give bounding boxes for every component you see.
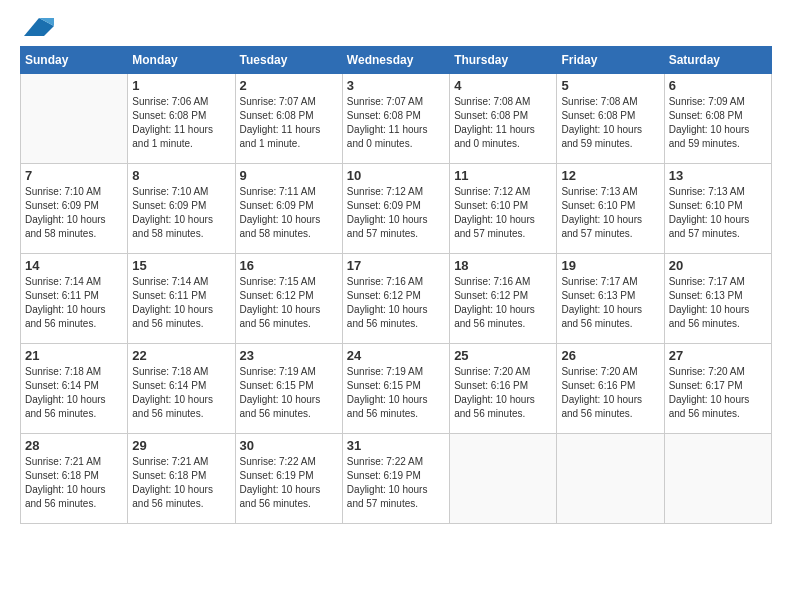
day-info: Sunrise: 7:07 AM Sunset: 6:08 PM Dayligh… [347,95,445,151]
calendar-cell: 12Sunrise: 7:13 AM Sunset: 6:10 PM Dayli… [557,164,664,254]
day-number: 16 [240,258,338,273]
day-number: 5 [561,78,659,93]
calendar-cell: 28Sunrise: 7:21 AM Sunset: 6:18 PM Dayli… [21,434,128,524]
day-number: 15 [132,258,230,273]
calendar-cell: 21Sunrise: 7:18 AM Sunset: 6:14 PM Dayli… [21,344,128,434]
day-info: Sunrise: 7:19 AM Sunset: 6:15 PM Dayligh… [240,365,338,421]
day-info: Sunrise: 7:19 AM Sunset: 6:15 PM Dayligh… [347,365,445,421]
day-number: 3 [347,78,445,93]
calendar-cell: 15Sunrise: 7:14 AM Sunset: 6:11 PM Dayli… [128,254,235,344]
day-info: Sunrise: 7:12 AM Sunset: 6:09 PM Dayligh… [347,185,445,241]
calendar-cell: 25Sunrise: 7:20 AM Sunset: 6:16 PM Dayli… [450,344,557,434]
calendar-cell: 27Sunrise: 7:20 AM Sunset: 6:17 PM Dayli… [664,344,771,434]
calendar-cell: 10Sunrise: 7:12 AM Sunset: 6:09 PM Dayli… [342,164,449,254]
calendar-cell: 14Sunrise: 7:14 AM Sunset: 6:11 PM Dayli… [21,254,128,344]
weekday-header-sunday: Sunday [21,47,128,74]
calendar-table: SundayMondayTuesdayWednesdayThursdayFrid… [20,46,772,524]
calendar-week-5: 28Sunrise: 7:21 AM Sunset: 6:18 PM Dayli… [21,434,772,524]
calendar-cell: 7Sunrise: 7:10 AM Sunset: 6:09 PM Daylig… [21,164,128,254]
day-info: Sunrise: 7:20 AM Sunset: 6:17 PM Dayligh… [669,365,767,421]
day-number: 24 [347,348,445,363]
day-number: 26 [561,348,659,363]
day-number: 14 [25,258,123,273]
day-info: Sunrise: 7:17 AM Sunset: 6:13 PM Dayligh… [669,275,767,331]
day-number: 8 [132,168,230,183]
weekday-header-friday: Friday [557,47,664,74]
day-info: Sunrise: 7:07 AM Sunset: 6:08 PM Dayligh… [240,95,338,151]
weekday-header-tuesday: Tuesday [235,47,342,74]
calendar-cell: 24Sunrise: 7:19 AM Sunset: 6:15 PM Dayli… [342,344,449,434]
day-info: Sunrise: 7:20 AM Sunset: 6:16 PM Dayligh… [561,365,659,421]
calendar-week-4: 21Sunrise: 7:18 AM Sunset: 6:14 PM Dayli… [21,344,772,434]
day-info: Sunrise: 7:17 AM Sunset: 6:13 PM Dayligh… [561,275,659,331]
calendar-cell: 8Sunrise: 7:10 AM Sunset: 6:09 PM Daylig… [128,164,235,254]
day-number: 22 [132,348,230,363]
calendar-week-1: 1Sunrise: 7:06 AM Sunset: 6:08 PM Daylig… [21,74,772,164]
day-number: 18 [454,258,552,273]
calendar-cell: 3Sunrise: 7:07 AM Sunset: 6:08 PM Daylig… [342,74,449,164]
calendar-cell [664,434,771,524]
calendar-cell: 18Sunrise: 7:16 AM Sunset: 6:12 PM Dayli… [450,254,557,344]
calendar-cell: 2Sunrise: 7:07 AM Sunset: 6:08 PM Daylig… [235,74,342,164]
day-info: Sunrise: 7:06 AM Sunset: 6:08 PM Dayligh… [132,95,230,151]
logo [20,20,54,36]
calendar-cell [21,74,128,164]
day-info: Sunrise: 7:21 AM Sunset: 6:18 PM Dayligh… [132,455,230,511]
calendar-cell: 9Sunrise: 7:11 AM Sunset: 6:09 PM Daylig… [235,164,342,254]
day-number: 6 [669,78,767,93]
day-info: Sunrise: 7:13 AM Sunset: 6:10 PM Dayligh… [561,185,659,241]
day-info: Sunrise: 7:09 AM Sunset: 6:08 PM Dayligh… [669,95,767,151]
day-number: 19 [561,258,659,273]
calendar-cell: 6Sunrise: 7:09 AM Sunset: 6:08 PM Daylig… [664,74,771,164]
day-number: 1 [132,78,230,93]
day-info: Sunrise: 7:15 AM Sunset: 6:12 PM Dayligh… [240,275,338,331]
calendar-week-3: 14Sunrise: 7:14 AM Sunset: 6:11 PM Dayli… [21,254,772,344]
day-number: 23 [240,348,338,363]
day-number: 28 [25,438,123,453]
day-number: 17 [347,258,445,273]
day-info: Sunrise: 7:11 AM Sunset: 6:09 PM Dayligh… [240,185,338,241]
day-number: 9 [240,168,338,183]
day-number: 10 [347,168,445,183]
logo-icon [24,18,54,36]
page-header [20,20,772,36]
weekday-header-saturday: Saturday [664,47,771,74]
day-number: 2 [240,78,338,93]
calendar-cell: 17Sunrise: 7:16 AM Sunset: 6:12 PM Dayli… [342,254,449,344]
day-info: Sunrise: 7:08 AM Sunset: 6:08 PM Dayligh… [561,95,659,151]
day-info: Sunrise: 7:14 AM Sunset: 6:11 PM Dayligh… [132,275,230,331]
day-info: Sunrise: 7:08 AM Sunset: 6:08 PM Dayligh… [454,95,552,151]
day-info: Sunrise: 7:22 AM Sunset: 6:19 PM Dayligh… [240,455,338,511]
calendar-cell: 22Sunrise: 7:18 AM Sunset: 6:14 PM Dayli… [128,344,235,434]
weekday-header-wednesday: Wednesday [342,47,449,74]
day-info: Sunrise: 7:10 AM Sunset: 6:09 PM Dayligh… [25,185,123,241]
day-number: 27 [669,348,767,363]
calendar-cell: 11Sunrise: 7:12 AM Sunset: 6:10 PM Dayli… [450,164,557,254]
calendar-cell: 4Sunrise: 7:08 AM Sunset: 6:08 PM Daylig… [450,74,557,164]
calendar-cell: 13Sunrise: 7:13 AM Sunset: 6:10 PM Dayli… [664,164,771,254]
day-info: Sunrise: 7:18 AM Sunset: 6:14 PM Dayligh… [132,365,230,421]
calendar-cell: 29Sunrise: 7:21 AM Sunset: 6:18 PM Dayli… [128,434,235,524]
day-info: Sunrise: 7:18 AM Sunset: 6:14 PM Dayligh… [25,365,123,421]
day-number: 25 [454,348,552,363]
day-info: Sunrise: 7:10 AM Sunset: 6:09 PM Dayligh… [132,185,230,241]
day-number: 11 [454,168,552,183]
calendar-cell: 5Sunrise: 7:08 AM Sunset: 6:08 PM Daylig… [557,74,664,164]
day-info: Sunrise: 7:13 AM Sunset: 6:10 PM Dayligh… [669,185,767,241]
day-info: Sunrise: 7:22 AM Sunset: 6:19 PM Dayligh… [347,455,445,511]
day-number: 4 [454,78,552,93]
calendar-cell: 19Sunrise: 7:17 AM Sunset: 6:13 PM Dayli… [557,254,664,344]
day-number: 29 [132,438,230,453]
weekday-header-thursday: Thursday [450,47,557,74]
day-info: Sunrise: 7:12 AM Sunset: 6:10 PM Dayligh… [454,185,552,241]
day-number: 7 [25,168,123,183]
calendar-cell: 20Sunrise: 7:17 AM Sunset: 6:13 PM Dayli… [664,254,771,344]
day-number: 30 [240,438,338,453]
calendar-cell: 1Sunrise: 7:06 AM Sunset: 6:08 PM Daylig… [128,74,235,164]
calendar-cell: 26Sunrise: 7:20 AM Sunset: 6:16 PM Dayli… [557,344,664,434]
day-info: Sunrise: 7:14 AM Sunset: 6:11 PM Dayligh… [25,275,123,331]
day-number: 12 [561,168,659,183]
day-info: Sunrise: 7:21 AM Sunset: 6:18 PM Dayligh… [25,455,123,511]
calendar-week-2: 7Sunrise: 7:10 AM Sunset: 6:09 PM Daylig… [21,164,772,254]
weekday-header-monday: Monday [128,47,235,74]
